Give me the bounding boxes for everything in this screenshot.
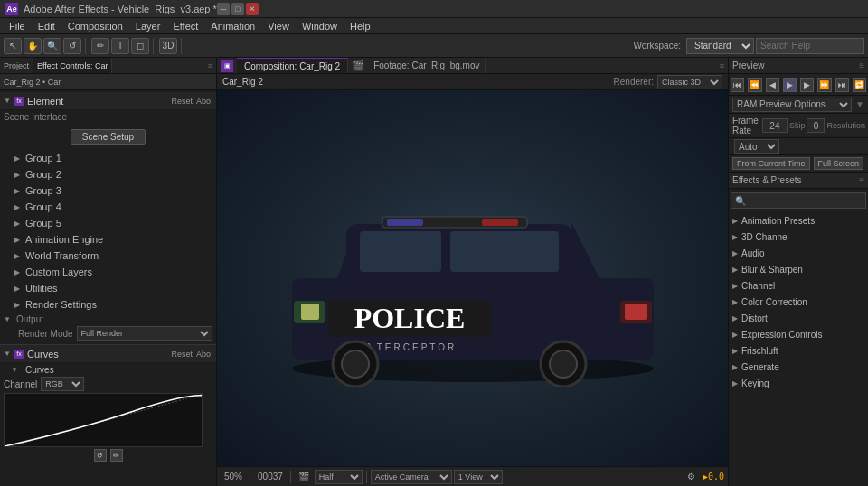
animation-engine-item[interactable]: ▶ Animation Engine: [0, 231, 216, 248]
ep-audio[interactable]: ▶ Audio: [729, 245, 868, 261]
utilities-label: Utilities: [25, 283, 57, 294]
ep-channel[interactable]: ▶ Channel: [729, 277, 868, 294]
menu-animation[interactable]: Animation: [205, 18, 260, 33]
curves-reset-btn[interactable]: ↺: [94, 449, 107, 462]
ep-color-correction[interactable]: ▶ Color Correction: [729, 294, 868, 310]
prev-first-btn[interactable]: ⏮: [731, 78, 744, 92]
ep-search-input[interactable]: [731, 192, 866, 209]
renderer-select[interactable]: Classic 3D CINEMA 4D: [657, 75, 722, 89]
comp-panel: ▣ Composition: Car_Rig 2 🎬 Footage: Car_…: [217, 58, 728, 486]
ep-3d-channel[interactable]: ▶ 3D Channel: [729, 229, 868, 245]
workspace-select[interactable]: Standard All Panels Animation: [686, 38, 754, 54]
element-header[interactable]: ▼ fx Element Reset Abo: [0, 92, 216, 110]
prev-prev-frame-btn[interactable]: ◀: [766, 78, 779, 92]
group5-item[interactable]: ▶ Group 5: [0, 215, 216, 231]
full-screen-btn[interactable]: Full Screen: [814, 157, 864, 170]
resolution-select[interactable]: Auto Full Half Quarter: [734, 139, 779, 154]
svg-rect-16: [301, 304, 319, 320]
panel-menu-btn[interactable]: ≡: [716, 61, 728, 70]
scene-setup-button[interactable]: Scene Setup: [71, 129, 146, 145]
render-mode-select[interactable]: Full Render: [77, 326, 212, 341]
ep-blur-sharpen[interactable]: ▶ Blur & Sharpen: [729, 261, 868, 277]
menu-file[interactable]: File: [4, 18, 31, 33]
element-reset[interactable]: Reset: [169, 97, 194, 106]
channel-select[interactable]: RGB Red Green Blue: [41, 377, 84, 391]
frame-display[interactable]: 00037: [254, 472, 287, 481]
menu-view[interactable]: View: [262, 18, 295, 33]
ep-search-area: [729, 189, 868, 212]
skip-input[interactable]: [807, 118, 825, 133]
effects-tab[interactable]: Effect Controls: Car: [33, 58, 112, 73]
ep-keying[interactable]: ▶ Keying: [729, 375, 868, 391]
tool-select[interactable]: ↖: [4, 38, 22, 54]
tool-text[interactable]: T: [111, 38, 129, 54]
menu-edit[interactable]: Edit: [33, 18, 61, 33]
tool-shape[interactable]: ◻: [131, 38, 149, 54]
search-input[interactable]: [756, 38, 864, 54]
frame-rate-input[interactable]: [762, 118, 788, 133]
ep-expression[interactable]: ▶ Expression Controls: [729, 326, 868, 342]
project-tab[interactable]: Project: [0, 58, 33, 73]
menu-help[interactable]: Help: [344, 18, 376, 33]
menu-composition[interactable]: Composition: [62, 18, 128, 33]
prev-last-btn[interactable]: ⏭: [835, 78, 849, 92]
ep-arrow-11: ▶: [732, 379, 738, 388]
close-button[interactable]: ✕: [246, 3, 259, 15]
ep-distort[interactable]: ▶ Distort: [729, 310, 868, 326]
from-current-btn[interactable]: From Current Time: [732, 157, 810, 170]
prev-fwd-btn[interactable]: ⏩: [817, 78, 831, 92]
zoom-display[interactable]: 50%: [221, 472, 246, 481]
prev-loop-btn[interactable]: 🔁: [853, 78, 866, 92]
render-settings-item[interactable]: ▶ Render Settings: [0, 296, 216, 313]
view-select[interactable]: Active Camera Camera 1: [371, 470, 452, 484]
world-transform-item[interactable]: ▶ World Transform: [0, 248, 216, 264]
view-count-select[interactable]: 1 View 2 Views: [454, 470, 503, 484]
comp-tab-car-rig[interactable]: Composition: Car_Rig 2: [237, 58, 348, 73]
comp-tabs: ▣ Composition: Car_Rig 2 🎬 Footage: Car_…: [217, 58, 728, 74]
menu-effect[interactable]: Effect: [167, 18, 203, 33]
quality-btn[interactable]: 🎬: [295, 472, 313, 481]
utilities-item[interactable]: ▶ Utilities: [0, 280, 216, 296]
curves-sub-expand: ▼: [11, 366, 20, 374]
custom-layers-item[interactable]: ▶ Custom Layers: [0, 264, 216, 280]
ep-animation-presets[interactable]: ▶ Animation Presets: [729, 212, 868, 229]
element-about[interactable]: Abo: [194, 97, 212, 106]
channel-label: Channel: [4, 379, 37, 389]
curves-canvas[interactable]: [4, 393, 203, 447]
footage-tab[interactable]: Footage: Car_Rig_bg.mov: [368, 58, 486, 73]
comp-viewport[interactable]: POLICE INTERCEPTOR: [217, 90, 728, 466]
toolbar-sep-1: [250, 471, 250, 483]
group1-item[interactable]: ▶ Group 1: [0, 150, 216, 166]
titlebar: Ae Adobe After Effects - Vehicle_Rigs_v3…: [0, 0, 868, 18]
ep-menu-btn[interactable]: ≡: [859, 175, 864, 185]
menu-window[interactable]: Window: [297, 18, 343, 33]
prev-play-btn[interactable]: ▶: [783, 78, 797, 92]
curves-header[interactable]: ▼ fx Curves Reset Abo: [0, 345, 216, 363]
curves-about[interactable]: Abo: [194, 350, 212, 359]
curves-pencil-btn[interactable]: ✏: [110, 449, 123, 462]
svg-rect-7: [450, 231, 559, 272]
ram-preview-select[interactable]: RAM Preview Options: [732, 98, 852, 112]
tool-hand[interactable]: ✋: [24, 38, 42, 54]
ram-menu-btn[interactable]: ▼: [855, 99, 864, 109]
quality-select[interactable]: Half Full Quarter: [315, 470, 363, 484]
tool-3d[interactable]: 3D: [159, 38, 177, 54]
curves-reset[interactable]: Reset: [169, 350, 194, 359]
ep-frischluft[interactable]: ▶ Frischluft: [729, 342, 868, 359]
tool-pen[interactable]: ✏: [91, 38, 109, 54]
menu-layer[interactable]: Layer: [130, 18, 166, 33]
view-options-btn[interactable]: ⚙: [685, 472, 697, 481]
tool-zoom[interactable]: 🔍: [43, 38, 61, 54]
ep-generate[interactable]: ▶ Generate: [729, 359, 868, 375]
maximize-button[interactable]: □: [231, 3, 244, 15]
tool-rotate[interactable]: ↺: [63, 38, 81, 54]
ep-label-11: Keying: [741, 379, 769, 388]
comp-icon: ▣: [221, 60, 233, 72]
preview-menu-btn[interactable]: ≡: [859, 61, 864, 70]
group4-item[interactable]: ▶ Group 4: [0, 199, 216, 215]
minimize-button[interactable]: ─: [217, 3, 230, 15]
prev-next-frame-btn[interactable]: ▶: [800, 78, 814, 92]
prev-back-btn[interactable]: ⏪: [748, 78, 761, 92]
group2-item[interactable]: ▶ Group 2: [0, 166, 216, 182]
group3-item[interactable]: ▶ Group 3: [0, 182, 216, 199]
